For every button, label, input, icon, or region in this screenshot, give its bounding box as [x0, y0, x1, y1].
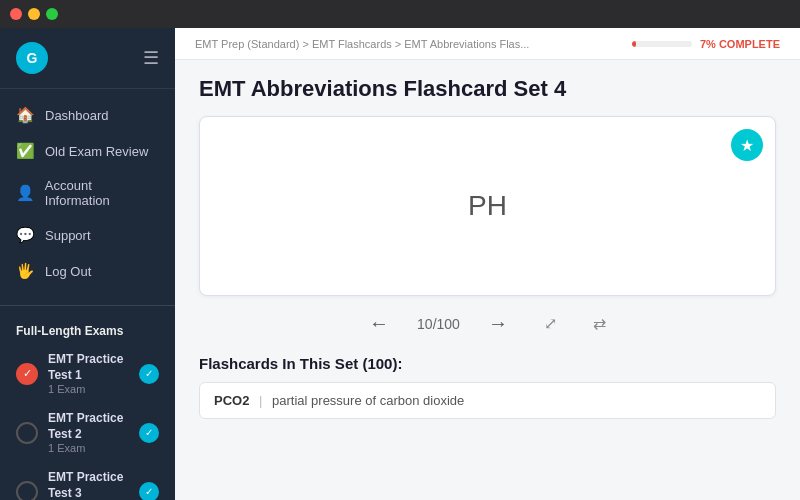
progress-bar-fill — [632, 41, 636, 47]
breadcrumb: EMT Prep (Standard) > EMT Flashcards > E… — [195, 38, 529, 50]
flashcards-section-title: Flashcards In This Set (100): — [199, 355, 776, 372]
sidebar-item-label: Support — [45, 228, 91, 243]
flashcard[interactable]: ★ PH — [199, 116, 776, 296]
sidebar-divider — [0, 305, 175, 306]
nav-count: 10/100 — [417, 316, 460, 332]
sidebar-item-old-exam[interactable]: ✅ Old Exam Review — [0, 133, 175, 169]
exam-item-1[interactable]: ✓ EMT Practice Test 1 1 Exam ✓ — [0, 344, 175, 403]
check-circle-icon: ✅ — [16, 142, 35, 160]
star-icon: ★ — [740, 136, 754, 155]
sidebar-item-label: Account Information — [45, 178, 159, 208]
page-title: EMT Abbreviations Flashcard Set 4 — [199, 76, 776, 102]
exam-sub-2: 1 Exam — [48, 442, 129, 454]
logo-icon: G — [16, 42, 48, 74]
exam-item-3[interactable]: EMT Practice Test 3 1 Exam ✓ — [0, 462, 175, 500]
exam-sub-1: 1 Exam — [48, 383, 129, 395]
app-container: G ☰ 🏠 Dashboard ✅ Old Exam Review 👤 Acco… — [0, 28, 800, 500]
progress-bar — [632, 41, 692, 47]
definition-text: partial pressure of carbon dioxide — [272, 393, 464, 408]
logout-icon: 🖐 — [16, 262, 35, 280]
title-bar — [0, 0, 800, 28]
sidebar-item-label: Log Out — [45, 264, 91, 279]
sidebar: G ☰ 🏠 Dashboard ✅ Old Exam Review 👤 Acco… — [0, 28, 175, 500]
exam-check-3 — [16, 481, 38, 500]
user-icon: 👤 — [16, 184, 35, 202]
exam-info-2: EMT Practice Test 2 1 Exam — [48, 411, 129, 454]
content-area: EMT Prep (Standard) > EMT Flashcards > E… — [175, 28, 800, 500]
flip-button[interactable]: ⇄ — [585, 310, 614, 337]
exam-item-2[interactable]: EMT Practice Test 2 1 Exam ✓ — [0, 403, 175, 462]
sidebar-item-logout[interactable]: 🖐 Log Out — [0, 253, 175, 289]
minimize-button[interactable] — [28, 8, 40, 20]
flashcard-text: PH — [468, 190, 507, 222]
sidebar-item-label: Old Exam Review — [45, 144, 148, 159]
exam-badge-3: ✓ — [139, 482, 159, 500]
exam-name-1: EMT Practice Test 1 — [48, 352, 129, 383]
separator: | — [259, 393, 262, 408]
next-button[interactable]: → — [480, 308, 516, 339]
sidebar-section-title: Full-Length Exams — [0, 314, 175, 344]
nav-controls: ← 10/100 → ⤢ ⇄ — [199, 308, 776, 339]
fullscreen-button[interactable]: ⤢ — [536, 310, 565, 337]
exam-info-1: EMT Practice Test 1 1 Exam — [48, 352, 129, 395]
close-button[interactable] — [10, 8, 22, 20]
progress-container: 7% COMPLETE — [632, 38, 780, 50]
exam-badge-1: ✓ — [139, 364, 159, 384]
exam-check-1: ✓ — [16, 363, 38, 385]
sidebar-item-label: Dashboard — [45, 108, 109, 123]
chat-icon: 💬 — [16, 226, 35, 244]
sidebar-logo: G ☰ — [0, 28, 175, 89]
home-icon: 🏠 — [16, 106, 35, 124]
exam-info-3: EMT Practice Test 3 1 Exam — [48, 470, 129, 500]
prev-button[interactable]: ← — [361, 308, 397, 339]
list-item: PCO2 | partial pressure of carbon dioxid… — [199, 382, 776, 419]
term-text: PCO2 — [214, 393, 249, 408]
exam-check-2 — [16, 422, 38, 444]
maximize-button[interactable] — [46, 8, 58, 20]
exam-badge-2: ✓ — [139, 423, 159, 443]
sidebar-nav: 🏠 Dashboard ✅ Old Exam Review 👤 Account … — [0, 89, 175, 297]
star-button[interactable]: ★ — [731, 129, 763, 161]
sidebar-item-account[interactable]: 👤 Account Information — [0, 169, 175, 217]
progress-label: 7% COMPLETE — [700, 38, 780, 50]
sidebar-item-support[interactable]: 💬 Support — [0, 217, 175, 253]
sidebar-item-dashboard[interactable]: 🏠 Dashboard — [0, 97, 175, 133]
exam-name-2: EMT Practice Test 2 — [48, 411, 129, 442]
top-bar: EMT Prep (Standard) > EMT Flashcards > E… — [175, 28, 800, 60]
main-content: EMT Abbreviations Flashcard Set 4 ★ PH ←… — [175, 60, 800, 500]
exam-name-3: EMT Practice Test 3 — [48, 470, 129, 500]
hamburger-menu[interactable]: ☰ — [143, 47, 159, 69]
